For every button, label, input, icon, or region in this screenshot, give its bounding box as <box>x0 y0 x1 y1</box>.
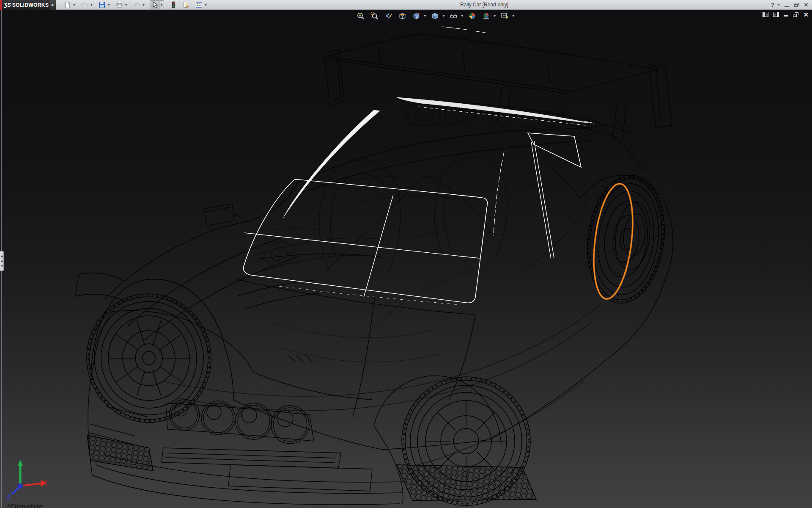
logo-red-accent <box>0 0 2 10</box>
select-tool-dropdown[interactable]: ▼ <box>159 0 164 9</box>
solidworks-logo: ƷS SOLIDWORKS <box>0 0 50 10</box>
rear-right-wheel-wireframe <box>580 171 672 308</box>
open-folder-icon <box>81 1 88 8</box>
collapse-arrow-icon <box>1 260 3 262</box>
document-restore-button[interactable] <box>793 12 798 17</box>
document-minimize-button[interactable] <box>784 12 788 17</box>
window-title: Rally Car [Read-only] <box>460 2 508 8</box>
display-style-cube-icon <box>431 12 439 20</box>
hide-show-glasses-icon <box>450 12 458 20</box>
edit-appearance-sphere-icon <box>468 12 476 20</box>
menu-expand-arrow-icon[interactable]: ▶ <box>50 0 56 10</box>
rally-car-wireframe-model[interactable] <box>0 10 812 508</box>
roof-edge-highlight <box>397 97 591 123</box>
pane-toggle-left-icon <box>763 12 765 17</box>
rebuild-button[interactable] <box>169 0 178 9</box>
view-settings-button[interactable] <box>498 11 512 20</box>
minimize-button[interactable] <box>783 2 790 8</box>
view-orientation-button[interactable] <box>409 11 423 20</box>
save-button[interactable] <box>98 0 107 9</box>
display-style-button[interactable] <box>428 11 442 20</box>
view-orientation-cube-icon <box>412 12 420 20</box>
undo-icon <box>133 1 140 8</box>
print-button[interactable] <box>115 0 124 9</box>
open-button[interactable] <box>80 0 89 9</box>
close-button[interactable]: ✕ <box>803 2 809 8</box>
view-orientation-label: *Dimetric <box>7 502 44 508</box>
close-icon: ✕ <box>804 2 809 8</box>
options-button[interactable] <box>195 0 203 9</box>
interior-wireframe <box>228 102 595 362</box>
front-fascia-details <box>87 356 536 500</box>
hide-show-items-button[interactable] <box>447 11 461 20</box>
triad-x-axis <box>20 483 41 486</box>
view-orientation-dropdown[interactable]: ▼ <box>423 14 428 18</box>
triad-z-label: Z <box>6 493 11 500</box>
section-view-icon <box>398 12 406 20</box>
highlighted-edges <box>244 27 594 305</box>
undo-button[interactable] <box>132 0 141 9</box>
hide-show-items-dropdown[interactable]: ▼ <box>461 14 465 18</box>
restore-button[interactable] <box>793 2 800 8</box>
new-document-icon <box>64 1 71 8</box>
zoom-to-area-button[interactable] <box>368 11 381 20</box>
zoom-to-fit-icon <box>357 12 365 20</box>
window-controls: ? ▼ ✕ <box>771 0 809 10</box>
zoom-to-area-icon <box>370 12 379 20</box>
title-bar: ƷS SOLIDWORKS ▶ ▼ ▼ ▼ <box>0 0 812 10</box>
section-view-button[interactable] <box>395 11 409 20</box>
restore-icon <box>794 3 799 7</box>
graphics-viewport[interactable]: ▼ ▼ ▼ <box>0 10 812 508</box>
new-document-dropdown[interactable]: ▼ <box>72 0 77 9</box>
main-toolbar: ▼ ▼ ▼ ▼ ▼ <box>59 0 208 10</box>
collapse-arrow-icon <box>1 255 3 258</box>
zoom-to-fit-button[interactable] <box>354 11 368 20</box>
solidworks-logo-icon: ƷS <box>4 2 11 8</box>
previous-view-icon <box>384 12 392 20</box>
windshield-highlight <box>244 179 488 303</box>
edit-appearance-button[interactable] <box>465 11 479 20</box>
brand-name: SOLIDWORKS <box>12 2 49 8</box>
print-icon <box>116 1 123 8</box>
options-icon <box>195 1 203 8</box>
apply-scene-dropdown[interactable]: ▼ <box>493 14 498 18</box>
view-settings-dropdown[interactable]: ▼ <box>512 14 516 18</box>
minimize-icon <box>785 6 789 7</box>
file-properties-button[interactable] <box>182 0 191 9</box>
a-pillar-highlight <box>283 110 380 218</box>
open-dropdown[interactable]: ▼ <box>89 0 94 9</box>
collapsed-panel-tab[interactable] <box>0 251 4 271</box>
document-window-controls: ◂ ▸ ✕ <box>763 12 809 17</box>
file-properties-icon <box>183 1 190 8</box>
select-tool-button[interactable] <box>150 0 159 9</box>
rebuild-traffic-light-icon <box>170 1 177 8</box>
undo-dropdown[interactable]: ▼ <box>141 0 146 9</box>
options-dropdown[interactable]: ▼ <box>203 0 208 9</box>
view-settings-icon <box>501 12 509 20</box>
print-dropdown[interactable]: ▼ <box>124 0 129 9</box>
previous-view-button[interactable] <box>381 11 395 20</box>
apply-scene-icon <box>482 12 490 20</box>
front-left-wheel-wireframe <box>80 279 225 428</box>
apply-scene-button[interactable] <box>479 11 493 20</box>
display-style-dropdown[interactable]: ▼ <box>442 14 447 18</box>
document-close-button[interactable]: ✕ <box>803 12 809 17</box>
rear-spoiler-wireframe <box>324 34 672 138</box>
heads-up-view-toolbar: ▼ ▼ ▼ <box>354 11 516 20</box>
save-dropdown[interactable]: ▼ <box>107 0 111 9</box>
help-dropdown[interactable]: ▼ <box>777 3 780 6</box>
orientation-triad[interactable]: Z <box>2 458 57 502</box>
select-cursor-icon <box>151 1 158 8</box>
new-document-button[interactable] <box>63 0 72 9</box>
pane-toggle-right-icon <box>777 12 779 17</box>
help-button[interactable]: ? <box>771 2 774 8</box>
b-pillar-highlight <box>531 141 554 259</box>
save-floppy-icon <box>99 1 106 8</box>
collapse-arrow-icon <box>1 265 3 267</box>
pane-toggle-right-button[interactable]: ▸ <box>773 12 779 17</box>
pane-toggle-left-button[interactable]: ◂ <box>763 12 768 17</box>
